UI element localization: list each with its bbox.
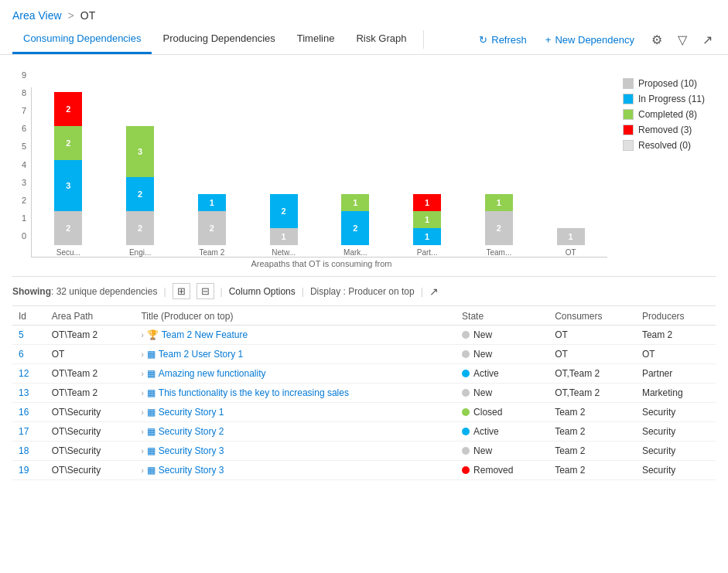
chart-main: 9 8 7 6 5 4 3 2 1 0 2 [12, 70, 607, 268]
new-dependency-button[interactable]: + New Dependency [541, 31, 639, 49]
row-area-path: OT\Security [46, 461, 135, 480]
row-title-cell: › 🏆 Team 2 New Feature [141, 329, 449, 340]
row-producers: OT [636, 345, 716, 364]
bar-team-other[interactable]: 2 1 Team... [466, 194, 533, 257]
bar-label-ot: OT [566, 248, 576, 257]
row-id-6[interactable]: 6 [19, 349, 24, 360]
row-title[interactable]: Security Story 3 [159, 465, 224, 476]
bar-ot[interactable]: 1 OT [537, 228, 604, 257]
legend-swatch-inprogress [623, 94, 634, 104]
row-title[interactable]: Amazing new functionality [159, 368, 266, 379]
row-state: New [473, 349, 492, 360]
bar-team2[interactable]: 2 1 Team 2 [179, 194, 246, 257]
column-options-link[interactable]: Column Options [229, 286, 296, 297]
bar-label-team2: Team 2 [199, 248, 224, 257]
row-title[interactable]: Team 2 New Feature [162, 329, 248, 340]
legend-swatch-proposed [623, 78, 634, 89]
bar-partner[interactable]: 1 1 1 Part... [394, 194, 461, 257]
row-id-13[interactable]: 13 [19, 387, 29, 398]
row-id-18[interactable]: 18 [19, 445, 29, 456]
row-state: Removed [473, 465, 513, 476]
legend-inprogress: In Progress (11) [623, 94, 716, 104]
row-id-19[interactable]: 19 [19, 465, 29, 476]
row-title[interactable]: This functionality is the key to increas… [159, 387, 349, 398]
legend-swatch-completed [623, 109, 634, 120]
work-item-icon: ▦ [147, 426, 156, 437]
expand-view-icon[interactable]: ↗ [429, 285, 439, 298]
bar-label-team-other: Team... [486, 248, 511, 257]
row-title[interactable]: Security Story 3 [159, 445, 224, 456]
row-id-16[interactable]: 16 [19, 407, 29, 418]
refresh-button[interactable]: ↻ Refresh [474, 31, 531, 49]
work-item-icon: ▦ [147, 465, 156, 476]
chart-area: 9 8 7 6 5 4 3 2 1 0 2 [0, 55, 728, 276]
legend-proposed: Proposed (10) [623, 78, 716, 89]
row-title[interactable]: Team 2 User Story 1 [159, 349, 243, 360]
y-label-5: 5 [22, 142, 26, 151]
tab-producing[interactable]: Producing Dependencies [152, 25, 285, 54]
legend-label-completed: Completed (8) [638, 109, 697, 120]
toolbar-sep-4: | [421, 286, 423, 297]
row-consumers: Team 2 [549, 461, 636, 480]
y-label-6: 6 [22, 124, 26, 133]
table-row: 16 OT\Security › ▦ Security Story 1 Clos… [12, 403, 716, 422]
row-area-path: OT\Team 2 [46, 364, 135, 384]
filter-button[interactable]: ▽ [675, 29, 690, 50]
chart-legend: Proposed (10) In Progress (11) Completed… [607, 70, 716, 151]
bar-network[interactable]: 1 2 Netw... [250, 194, 317, 257]
col-header-consumers: Consumers [549, 306, 636, 326]
row-area-path: OT\Team 2 [46, 326, 135, 345]
work-item-icon: ▦ [147, 407, 156, 418]
table-row: 18 OT\Security › ▦ Security Story 3 New … [12, 442, 716, 461]
state-dot [462, 331, 470, 339]
bar-label-marketing: Mark... [343, 248, 367, 257]
col-header-title: Title (Producer on top) [135, 306, 456, 326]
state-dot [462, 350, 470, 358]
row-title[interactable]: Security Story 2 [159, 426, 224, 437]
legend-removed: Removed (3) [623, 124, 716, 135]
tab-consuming[interactable]: Consuming Dependencies [12, 25, 152, 54]
row-state: Active [473, 368, 499, 379]
legend-swatch-resolved [623, 140, 634, 151]
row-state-badge: New [462, 349, 542, 360]
row-id-12[interactable]: 12 [19, 368, 29, 379]
work-item-icon: ▦ [147, 445, 156, 456]
legend-completed: Completed (8) [623, 109, 716, 120]
settings-button[interactable]: ⚙ [648, 29, 665, 50]
y-label-8: 8 [22, 88, 26, 97]
bar-engineering[interactable]: 2 2 3 Engi... [107, 126, 174, 257]
breadcrumb-current: OT [80, 9, 95, 22]
new-dep-label: New Dependency [555, 34, 634, 46]
row-area-path: OT\Security [46, 422, 135, 442]
expand-button[interactable]: ↗ [699, 29, 716, 50]
toolbar-sep-1: | [163, 286, 166, 297]
row-producers: Team 2 [636, 326, 716, 345]
showing-label: Showing: 32 unique dependencies [12, 286, 157, 297]
row-title[interactable]: Security Story 1 [159, 407, 224, 418]
breadcrumb-area[interactable]: Area View [12, 9, 62, 22]
row-id-5[interactable]: 5 [19, 329, 24, 340]
group-icon-btn[interactable]: ⊞ [173, 283, 190, 299]
bar-marketing[interactable]: 2 1 Mark... [322, 194, 389, 257]
showing-value: : 32 unique dependencies [51, 286, 157, 297]
ungroup-icon-btn[interactable]: ⊟ [197, 283, 214, 299]
row-state-badge: New [462, 329, 542, 340]
tab-risk[interactable]: Risk Graph [345, 25, 417, 54]
row-producers: Security [636, 442, 716, 461]
refresh-label: Refresh [491, 34, 527, 46]
row-id-17[interactable]: 17 [19, 426, 29, 437]
y-label-1: 1 [22, 213, 26, 223]
y-label-0: 0 [22, 231, 26, 240]
row-consumers: Team 2 [549, 422, 636, 442]
row-consumers: OT,Team 2 [549, 364, 636, 384]
col-header-state: State [456, 306, 549, 326]
legend-swatch-removed [623, 124, 634, 135]
bar-security[interactable]: 2 3 2 2 Secu... [35, 92, 102, 257]
legend-label-proposed: Proposed (10) [638, 78, 697, 89]
toolbar-sep-3: | [302, 286, 304, 297]
chart-x-title: Areapaths that OT is consuming from [36, 259, 607, 268]
row-area-path: OT [46, 345, 135, 364]
row-producers: Security [636, 461, 716, 480]
row-title-cell: › ▦ Team 2 User Story 1 [141, 349, 449, 360]
tab-timeline[interactable]: Timeline [286, 25, 346, 54]
